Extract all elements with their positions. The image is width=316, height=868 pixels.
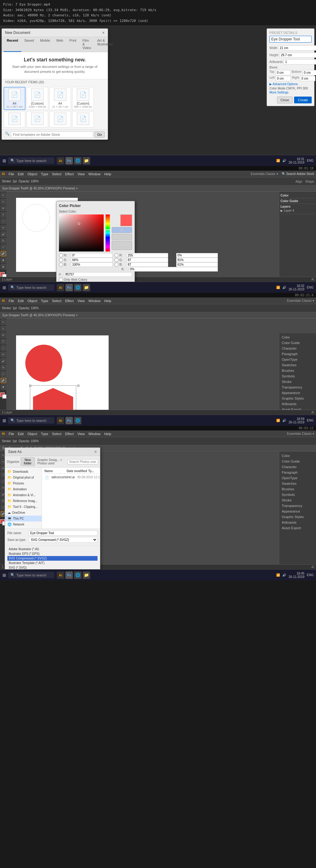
- pen-tool[interactable]: ✒: [1, 206, 6, 211]
- height-input[interactable]: [279, 53, 316, 58]
- rp-character-4[interactable]: Character: [281, 464, 315, 470]
- rp-paragraph-4[interactable]: Paragraph: [281, 470, 315, 475]
- shape-tool[interactable]: □: [1, 218, 6, 224]
- menu-select-4[interactable]: Select: [52, 432, 61, 436]
- menu-effect[interactable]: Effect: [65, 172, 74, 176]
- taskbar-icon-ps-4[interactable]: Ps: [65, 571, 73, 579]
- rp-color-4[interactable]: Color: [281, 453, 315, 459]
- blend-tool[interactable]: ◈: [1, 264, 6, 269]
- recent-item-6[interactable]: 📄: [50, 111, 71, 127]
- taskbar-search-3[interactable]: 🔍 Type here to search: [8, 417, 54, 424]
- menu-type-4[interactable]: Type: [41, 432, 49, 436]
- tab-mobile[interactable]: Mobile: [37, 37, 53, 52]
- radio-h[interactable]: [59, 253, 63, 257]
- input-b2[interactable]: [127, 262, 168, 267]
- taskbar-icon-chrome-3[interactable]: 🌐: [74, 417, 82, 424]
- color-gradient-picker[interactable]: [59, 214, 104, 251]
- panel-symbols-3[interactable]: Symbols: [281, 373, 315, 379]
- pencil-tool[interactable]: ✏: [1, 225, 6, 230]
- handle-tr[interactable]: [77, 385, 79, 386]
- ok-button[interactable]: OK: [112, 227, 132, 233]
- input-h[interactable]: [71, 253, 113, 258]
- tab-saved[interactable]: Saved: [21, 37, 37, 52]
- menu-file[interactable]: File: [9, 172, 14, 176]
- tree-pictures[interactable]: 📁 Pictures: [5, 480, 42, 486]
- direct-select-tool[interactable]: ↖: [1, 199, 6, 205]
- recent-item-5[interactable]: 📄: [27, 111, 48, 127]
- tool-opacity-4[interactable]: Opacity: 100%: [19, 439, 39, 443]
- recent-item-1[interactable]: 📄 [Custom] 1250 × 900 px: [27, 87, 48, 110]
- tool-stroke[interactable]: Stroke: 1pt: [2, 180, 17, 183]
- gradient-tool[interactable]: ■: [1, 257, 6, 263]
- format-ait[interactable]: Illustrator Template (*.AIT): [7, 561, 97, 565]
- input-g[interactable]: [127, 258, 168, 262]
- eyedropper-tool[interactable]: 💉: [1, 251, 6, 256]
- windows-start-icon-3[interactable]: ⊞: [2, 418, 6, 423]
- savetype-select[interactable]: Adobe Illustrator (*.AI) Illustrator EPS…: [29, 537, 97, 543]
- hue-bar[interactable]: [105, 214, 110, 251]
- radio-r[interactable]: [115, 253, 119, 257]
- tree-downloads[interactable]: 📁 Downloads: [5, 469, 42, 474]
- text-tool-3[interactable]: T: [1, 339, 6, 344]
- tree-animation[interactable]: 📁 Animation: [5, 486, 42, 492]
- tab-recent[interactable]: Recent: [4, 37, 21, 52]
- menu-effect-4[interactable]: Effect: [65, 432, 74, 436]
- windows-start-icon-4[interactable]: ⊞: [2, 573, 6, 578]
- panel-graphic-styles-3[interactable]: Graphic Styles: [281, 396, 315, 401]
- bleed-right-input[interactable]: [300, 76, 315, 81]
- menu-effect-3[interactable]: Effect: [65, 299, 74, 303]
- menu-object-3[interactable]: Object: [28, 299, 37, 303]
- menu-help-4[interactable]: Help: [104, 432, 112, 436]
- tool-stroke-4[interactable]: Stroke: 1pt: [2, 439, 17, 443]
- go-button[interactable]: Go: [94, 131, 105, 137]
- tree-onedrive[interactable]: ☁ OneDrive: [5, 510, 42, 516]
- recent-item-4[interactable]: 📄: [4, 111, 25, 127]
- doc-tab-label-3[interactable]: Eye Dropper Tool® @ 45.26% (CMYK/GPU Pre…: [2, 313, 78, 317]
- menu-help[interactable]: Help: [104, 172, 112, 176]
- tab-web[interactable]: Web: [53, 37, 66, 52]
- tab-art[interactable]: Art & Illustration: [94, 37, 116, 52]
- handle-tl[interactable]: [29, 385, 31, 386]
- new-doc-close-btn[interactable]: ×: [102, 31, 105, 35]
- menu-type-3[interactable]: Type: [41, 299, 49, 303]
- taskbar-icon-ai-3[interactable]: Ai: [57, 417, 64, 424]
- paintbrush-tool[interactable]: 🖌: [1, 231, 6, 237]
- tab-print[interactable]: Print: [66, 37, 80, 52]
- tool-stroke-3[interactable]: Stroke: 1pt: [2, 306, 17, 310]
- rotate-tool[interactable]: ↻: [1, 238, 6, 244]
- rp-stroke-4[interactable]: Stroke: [281, 497, 315, 503]
- hex-input[interactable]: [64, 272, 132, 277]
- file-item-0[interactable]: 📄 tallconcertshirt.ai 30-09-2019 12:11: [43, 474, 99, 480]
- rp-transparency-4[interactable]: Transparency: [281, 503, 315, 508]
- scale-tool[interactable]: ⤢: [1, 244, 6, 250]
- input-m[interactable]: [176, 258, 218, 262]
- rp-asset-4[interactable]: Asset Export: [281, 525, 315, 531]
- taskbar-icon-file-4[interactable]: 📁: [83, 571, 90, 579]
- taskbar-search-4[interactable]: 🔍 Type here to search: [8, 572, 54, 578]
- shape-tool-3[interactable]: □: [1, 345, 6, 351]
- radio-s[interactable]: [59, 258, 63, 262]
- input-b[interactable]: [71, 262, 113, 267]
- menu-object[interactable]: Object: [28, 172, 37, 176]
- tree-original-photo[interactable]: 📁 Original phot of: [5, 474, 42, 480]
- new-folder-btn[interactable]: New folder: [21, 457, 35, 466]
- windows-start-icon[interactable]: ⊞: [2, 158, 6, 163]
- tree-this-pc[interactable]: 💻 This PC: [5, 516, 42, 522]
- find-input[interactable]: [11, 131, 93, 137]
- tool-opacity-3[interactable]: Opacity: 100%: [19, 306, 39, 310]
- menu-window-4[interactable]: Window: [89, 432, 101, 436]
- taskbar-icon-file-2[interactable]: 📁: [83, 284, 90, 291]
- pen-tool-3[interactable]: ✒: [1, 332, 6, 338]
- save-dialog-close[interactable]: ×: [94, 449, 97, 454]
- artboards-input[interactable]: [284, 59, 316, 64]
- radio-b[interactable]: [59, 262, 63, 267]
- bleed-bottom-input[interactable]: [303, 70, 316, 75]
- menu-window[interactable]: Window: [89, 172, 101, 176]
- menu-file-4[interactable]: File: [9, 432, 14, 436]
- tree-ref-image[interactable]: 📁 Reference Imag...: [5, 498, 42, 504]
- recent-item-2[interactable]: 📄 A4 21 × 29.7 cm: [50, 87, 71, 110]
- input-s[interactable]: [71, 258, 113, 262]
- pencil-tool-3[interactable]: ✏: [1, 352, 6, 357]
- taskbar-icon-file[interactable]: 📁: [83, 157, 90, 164]
- panel-color-guide-3[interactable]: Color Guide: [281, 340, 315, 346]
